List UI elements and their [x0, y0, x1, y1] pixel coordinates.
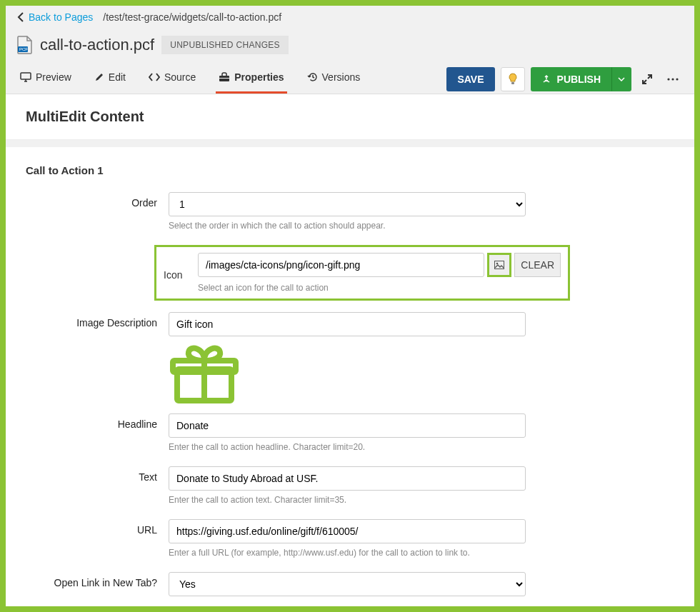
publish-dropdown-button[interactable] [611, 67, 631, 91]
expand-button[interactable] [637, 69, 657, 89]
url-help: Enter a full URL (for example, http://ww… [169, 548, 526, 558]
order-help: Select the order in which the call to ac… [169, 221, 526, 231]
newtab-label: Open Link in New Tab? [26, 572, 169, 588]
back-label: Back to Pages [29, 11, 93, 23]
tab-preview[interactable]: Preview [17, 64, 74, 94]
tab-label: Versions [322, 71, 361, 83]
image-icon [494, 261, 504, 269]
svg-rect-5 [511, 82, 514, 84]
order-label: Order [26, 192, 169, 209]
icon-preview [169, 341, 526, 406]
tab-source[interactable]: Source [146, 64, 199, 94]
icon-picker-button[interactable] [487, 253, 511, 277]
tab-properties[interactable]: Properties [216, 64, 286, 94]
ellipsis-icon [667, 78, 679, 81]
order-select[interactable]: 1 [169, 192, 526, 216]
tab-label: Edit [109, 71, 126, 83]
svg-point-8 [676, 78, 678, 80]
code-icon [149, 73, 160, 81]
pcf-file-icon: PCF [17, 36, 33, 54]
back-to-pages-link[interactable]: Back to Pages [17, 11, 93, 23]
image-description-input[interactable] [169, 312, 526, 336]
text-label: Text [26, 466, 169, 483]
lightbulb-icon [508, 73, 518, 86]
headline-input[interactable] [169, 413, 526, 438]
svg-point-10 [496, 263, 499, 265]
svg-rect-2 [21, 73, 31, 79]
panel-heading: MultiEdit Content [6, 94, 694, 140]
svg-rect-4 [219, 78, 229, 79]
page-filename: call-to-action.pcf [40, 36, 154, 54]
publish-label: PUBLISH [557, 74, 601, 85]
icon-help: Select an icon for the call to action [198, 283, 561, 293]
icon-clear-button[interactable]: CLEAR [514, 253, 561, 277]
broadcast-icon [541, 74, 551, 84]
expand-icon [641, 74, 653, 85]
tab-label: Preview [36, 71, 71, 83]
toolbox-icon [219, 72, 230, 82]
monitor-icon [20, 72, 31, 82]
tab-edit[interactable]: Edit [91, 64, 129, 94]
image-description-label: Image Description [26, 312, 169, 328]
headline-help: Enter the call to action headline. Chara… [169, 442, 526, 452]
tab-label: Source [164, 71, 196, 83]
svg-text:PCF: PCF [19, 47, 28, 51]
status-badge: UNPUBLISHED CHANGES [161, 36, 289, 54]
tab-versions[interactable]: Versions [304, 64, 364, 94]
chevron-left-icon [17, 12, 24, 22]
history-icon [307, 72, 318, 82]
url-label: URL [26, 519, 169, 536]
caret-down-icon [618, 77, 625, 81]
tab-label: Properties [234, 71, 284, 83]
svg-point-6 [667, 78, 669, 80]
pencil-icon [94, 72, 104, 82]
more-button[interactable] [663, 74, 683, 85]
section-title: Call to Action 1 [26, 164, 674, 176]
publish-button[interactable]: PUBLISH [531, 67, 611, 91]
icon-path-input[interactable] [198, 253, 484, 277]
icon-label: Icon [164, 265, 198, 281]
icon-highlight-box: Icon CLEAR [154, 245, 570, 301]
svg-rect-9 [495, 261, 504, 269]
newtab-select[interactable]: Yes [169, 572, 526, 596]
headline-label: Headline [26, 413, 169, 430]
url-input[interactable] [169, 519, 526, 543]
breadcrumb-path: /test/test-grace/widgets/call-to-action.… [103, 11, 281, 23]
save-button[interactable]: SAVE [446, 67, 494, 91]
text-input[interactable] [169, 466, 526, 491]
svg-point-7 [671, 78, 674, 80]
text-help: Enter the call to action text. Character… [169, 495, 526, 505]
lightbulb-button[interactable] [501, 67, 525, 91]
